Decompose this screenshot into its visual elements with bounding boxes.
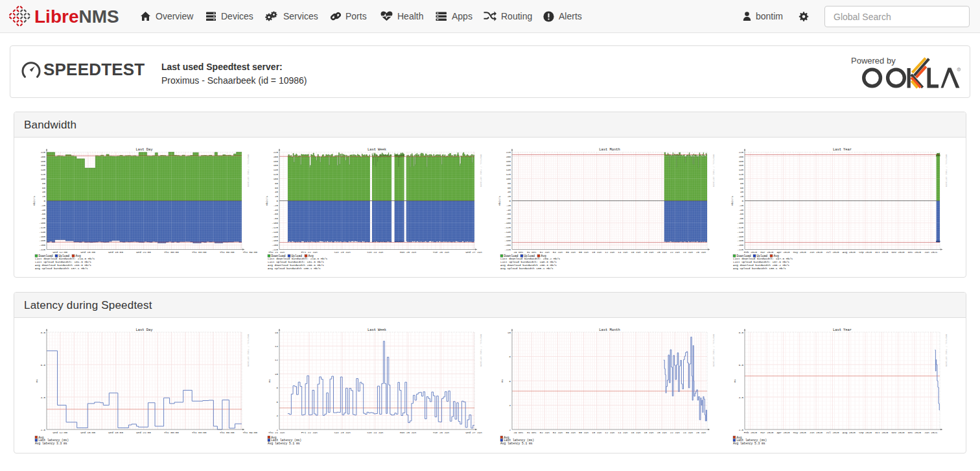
svg-text:Mar 2020: Mar 2020 (760, 251, 774, 254)
svg-text:-140: -140 (737, 231, 743, 234)
svg-text:220: 220 (40, 151, 45, 154)
svg-text:220: 220 (273, 151, 278, 154)
svg-text:14 Jan: 14 Jan (618, 251, 628, 254)
svg-text:100: 100 (738, 178, 743, 180)
svg-text:24 Jan: 24 Jan (682, 251, 693, 254)
svg-text:200: 200 (40, 156, 45, 158)
svg-text:Nov 2020: Nov 2020 (891, 431, 905, 434)
svg-text:Last Month: Last Month (599, 328, 620, 332)
svg-text:10: 10 (508, 332, 511, 334)
svg-text:Last Month: Last Month (599, 148, 620, 152)
svg-text:Avg latency 5.1 ms: Avg latency 5.1 ms (500, 442, 533, 445)
svg-text:200: 200 (273, 156, 278, 158)
svg-text:Wed 12:00: Wed 12:00 (52, 431, 67, 434)
svg-text:120: 120 (40, 173, 45, 176)
svg-text:-40: -40 (738, 209, 743, 211)
svg-text:-60: -60 (738, 213, 743, 215)
svg-text:12 Jan: 12 Jan (605, 431, 615, 434)
svg-text:02 Jan: 02 Jan (539, 251, 550, 254)
svg-text:2.0: 2.0 (40, 429, 45, 431)
svg-text:10 Jan: 10 Jan (592, 431, 602, 434)
svg-text:Dec 2020: Dec 2020 (907, 251, 921, 254)
svg-text:120: 120 (273, 173, 278, 176)
svg-text:0: 0 (509, 200, 511, 202)
svg-text:Last Day: Last Day (135, 148, 153, 152)
svg-text:100: 100 (273, 178, 278, 180)
svg-text:22 Jan: 22 Jan (670, 251, 680, 254)
svg-text:40: 40 (275, 191, 278, 193)
svg-text:-80: -80 (273, 217, 278, 220)
svg-text:-160: -160 (504, 235, 511, 238)
svg-text:Sat 23 Jan: Sat 23 Jan (334, 251, 351, 254)
svg-text:-60: -60 (506, 213, 511, 215)
svg-text:Wed 27 Jan: Wed 27 Jan (465, 251, 482, 254)
svg-text:-180: -180 (504, 239, 511, 242)
svg-text:6.0: 6.0 (40, 364, 45, 367)
svg-text:Avg upload bandwidth 188.1 Mb/: Avg upload bandwidth 188.1 Mb/s (500, 267, 554, 270)
svg-text:40: 40 (42, 191, 45, 193)
svg-text:16 Jan: 16 Jan (631, 431, 641, 434)
svg-text:60: 60 (275, 187, 278, 189)
svg-text:140: 140 (40, 169, 45, 171)
svg-text:180: 180 (738, 160, 743, 163)
svg-text:6.0: 6.0 (738, 364, 743, 367)
svg-text:-20: -20 (506, 204, 511, 207)
svg-text:31 Dec: 31 Dec (526, 251, 537, 254)
svg-text:Tue 26 Jan: Tue 26 Jan (432, 251, 449, 254)
svg-text:-140: -140 (39, 231, 45, 234)
svg-text:26 Jan: 26 Jan (695, 251, 706, 254)
svg-text:16: 16 (275, 332, 278, 334)
svg-text:Sep 2020: Sep 2020 (858, 251, 872, 254)
svg-text:-80: -80 (738, 217, 743, 220)
svg-text:22 Jan: 22 Jan (670, 431, 680, 434)
svg-text:-80: -80 (506, 217, 511, 220)
svg-text:Mon 25 Jan: Mon 25 Jan (400, 431, 417, 434)
svg-text:-20: -20 (738, 204, 743, 207)
svg-text:6: 6 (509, 380, 511, 383)
svg-text:20 Jan: 20 Jan (657, 431, 667, 434)
svg-text:-120: -120 (737, 226, 743, 229)
svg-text:ms: ms (734, 379, 736, 383)
svg-text:100: 100 (40, 178, 45, 180)
svg-text:-120: -120 (272, 226, 278, 229)
svg-text:20: 20 (275, 195, 278, 198)
svg-text:Jul 2020: Jul 2020 (826, 431, 839, 434)
svg-text:Avg latency 5.3 ms: Avg latency 5.3 ms (733, 442, 765, 445)
svg-text:26 Jan: 26 Jan (695, 431, 706, 434)
svg-text:Thu 03:00: Thu 03:00 (191, 431, 206, 434)
svg-text:Avg latency 3.3 ms: Avg latency 3.3 ms (35, 442, 67, 445)
svg-text:2: 2 (509, 429, 511, 431)
svg-text:Mbit/s: Mbit/s (498, 195, 501, 206)
svg-text:-220: -220 (39, 248, 45, 251)
svg-text:ms: ms (501, 379, 504, 383)
svg-text:Mon 25 Jan: Mon 25 Jan (400, 251, 417, 254)
svg-text:RRDTOOL / TOBI OETIKER: RRDTOOL / TOBI OETIKER (944, 154, 947, 187)
svg-text:Jan 2021: Jan 2021 (924, 431, 938, 434)
svg-text:6: 6 (276, 401, 278, 404)
svg-text:Thu 06:00: Thu 06:00 (219, 431, 234, 434)
svg-text:-160: -160 (737, 235, 743, 238)
svg-text:14 Jan: 14 Jan (618, 431, 628, 434)
svg-text:120: 120 (506, 173, 511, 176)
svg-text:29 Dec: 29 Dec (513, 431, 524, 434)
svg-text:160: 160 (506, 164, 511, 167)
svg-text:RRDTOOL / TOBI OETIKER: RRDTOOL / TOBI OETIKER (479, 334, 482, 367)
svg-text:20 Jan: 20 Jan (657, 251, 667, 254)
svg-text:Thu 00:00: Thu 00:00 (164, 251, 179, 254)
svg-text:Last Week: Last Week (367, 328, 386, 332)
svg-text:-200: -200 (737, 244, 743, 247)
svg-text:Wed 18:00: Wed 18:00 (108, 431, 123, 434)
svg-text:31 Dec: 31 Dec (526, 431, 537, 434)
svg-text:20: 20 (42, 195, 45, 198)
svg-text:Apr 2020: Apr 2020 (776, 251, 790, 254)
svg-text:4: 4 (276, 415, 278, 417)
svg-text:Nov 2020: Nov 2020 (891, 251, 905, 254)
svg-text:Aug 2020: Aug 2020 (842, 251, 856, 254)
svg-text:Feb 2020: Feb 2020 (743, 431, 757, 434)
svg-text:-40: -40 (40, 209, 45, 211)
svg-text:Avg latency 5.1 ms: Avg latency 5.1 ms (268, 442, 300, 445)
svg-text:40: 40 (740, 191, 743, 193)
svg-text:200: 200 (738, 156, 743, 158)
svg-text:Thu 09:00: Thu 09:00 (242, 251, 257, 254)
svg-text:Thu 21 Jan: Thu 21 Jan (268, 251, 285, 254)
